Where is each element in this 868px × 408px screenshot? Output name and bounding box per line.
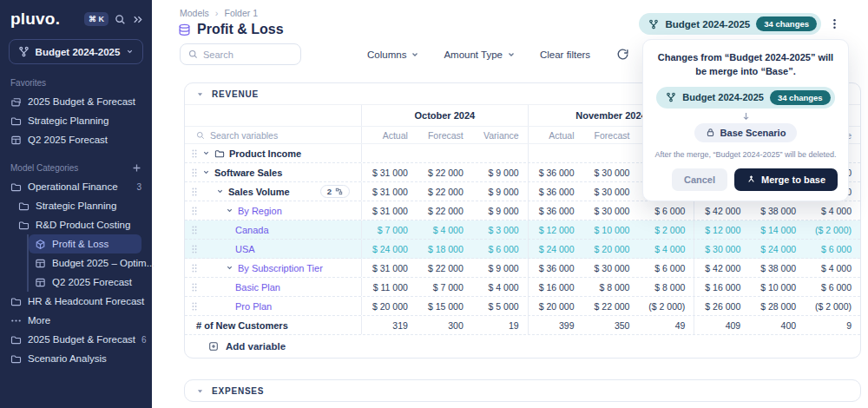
value-cell[interactable]: 409 — [694, 316, 749, 334]
value-cell[interactable]: $ 9 000 — [472, 259, 528, 277]
value-cell[interactable]: $ 30 000 — [694, 240, 749, 258]
value-cell[interactable]: $ 38 000 — [749, 201, 805, 220]
value-cell[interactable] — [583, 144, 639, 162]
scenario-selector[interactable]: Budget 2024-2025 — [9, 39, 143, 64]
drag-handle-icon[interactable] — [191, 263, 198, 273]
value-cell[interactable] — [472, 144, 528, 162]
chevron-down-icon[interactable] — [202, 149, 210, 157]
value-cell[interactable]: $ 6 000 — [805, 240, 860, 258]
value-cell[interactable]: $ 9 000 — [472, 163, 528, 181]
search-icon[interactable] — [115, 14, 126, 25]
value-cell[interactable]: $ 30 000 — [583, 163, 639, 181]
value-cell[interactable]: $ 14 000 — [749, 220, 805, 239]
value-cell[interactable]: $ 15 000 — [417, 297, 472, 315]
drag-handle-icon[interactable] — [191, 244, 198, 254]
value-cell[interactable]: $ 4 000 — [805, 201, 860, 220]
value-cell[interactable]: $ 12 000 — [694, 220, 749, 239]
variable-cell-product-income[interactable]: Product Income — [185, 144, 361, 162]
value-cell[interactable]: $ 16 000 — [528, 278, 583, 296]
drag-handle-icon[interactable] — [191, 168, 198, 178]
value-cell[interactable]: 49 — [638, 316, 694, 334]
sidebar-item-operational-finance[interactable]: Operational Finance3 — [0, 177, 152, 196]
variable-cell-sales-volume[interactable]: Sales Volume2 — [185, 182, 361, 201]
merge-to-base-button[interactable]: Merge to base — [734, 168, 838, 191]
drag-handle-icon[interactable] — [191, 206, 198, 216]
value-cell[interactable]: $ 30 000 — [583, 201, 639, 220]
value-cell[interactable]: $ 22 000 — [583, 297, 639, 315]
sidebar-item-strategic-planning[interactable]: Strategic Planning — [0, 196, 152, 215]
chevron-down-icon[interactable] — [202, 168, 210, 176]
variable-cell-software-sales[interactable]: Software Sales — [185, 163, 361, 181]
value-cell[interactable]: 319 — [361, 316, 417, 334]
value-cell[interactable] — [417, 144, 472, 162]
value-cell[interactable]: $ 3 000 — [472, 220, 528, 239]
value-cell[interactable]: $ 6 000 — [638, 201, 694, 220]
kebab-menu-icon[interactable] — [829, 17, 840, 30]
value-cell[interactable]: $ 20 000 — [528, 297, 583, 315]
value-cell[interactable]: $ 36 000 — [528, 201, 583, 220]
value-cell[interactable]: $ 7 000 — [417, 278, 472, 296]
sidebar-item-q2-2025-forecast[interactable]: Q2 2025 Forecast — [0, 130, 152, 149]
value-cell[interactable]: $ 20 000 — [583, 240, 639, 258]
chevron-down-icon[interactable] — [226, 264, 233, 272]
dimensions-badge[interactable]: 2 — [320, 185, 350, 198]
active-scenario-chip[interactable]: Budget 2024-2025 34 changes — [639, 13, 821, 35]
sidebar-item-profit-loss[interactable]: Profit & Loss — [29, 234, 141, 253]
value-cell[interactable]: $ 22 000 — [417, 163, 472, 181]
value-cell[interactable]: $ 20 000 — [361, 297, 417, 315]
columns-button[interactable]: Columns — [367, 49, 419, 60]
value-cell[interactable]: $ 4 000 — [638, 240, 694, 258]
variable-cell-of-new-customers[interactable]: # of New Customers — [185, 316, 361, 334]
value-cell[interactable]: $ 24 000 — [749, 240, 805, 258]
value-cell[interactable]: 400 — [749, 316, 805, 334]
value-cell[interactable] — [528, 144, 583, 162]
drag-handle-icon[interactable] — [191, 301, 198, 312]
value-cell[interactable]: $ 6 000 — [472, 240, 528, 258]
drag-handle-icon[interactable] — [191, 187, 198, 197]
value-cell[interactable]: $ 11 000 — [361, 278, 417, 296]
sidebar-item-budget-2025-optim[interactable]: Budget 2025 – Optim... — [29, 253, 141, 273]
value-cell[interactable]: 9 — [805, 316, 860, 334]
value-cell[interactable]: $ 36 000 — [528, 163, 583, 181]
value-cell[interactable]: $ 22 000 — [417, 201, 472, 220]
chevron-down-icon[interactable] — [226, 207, 233, 214]
sidebar-item-strategic-planning[interactable]: Strategic Planning — [0, 111, 152, 130]
value-cell[interactable]: $ 30 000 — [583, 182, 639, 201]
drag-handle-icon[interactable] — [191, 225, 198, 235]
value-cell[interactable]: ($ 2 000) — [805, 220, 860, 239]
drag-handle-icon[interactable] — [191, 148, 198, 159]
value-cell[interactable]: 399 — [528, 316, 583, 334]
value-cell[interactable]: 300 — [417, 316, 472, 334]
value-cell[interactable]: $ 31 000 — [361, 259, 417, 277]
value-cell[interactable]: $ 12 000 — [528, 220, 583, 239]
sidebar-item-more[interactable]: More — [0, 311, 152, 330]
refresh-icon[interactable] — [616, 48, 629, 61]
clear-filters-button[interactable]: Clear filters — [540, 49, 590, 60]
cancel-button[interactable]: Cancel — [672, 168, 727, 191]
value-cell[interactable]: $ 6 000 — [805, 278, 860, 296]
value-cell[interactable]: $ 31 000 — [361, 201, 417, 220]
variable-cell-by-region[interactable]: By Region — [185, 201, 361, 220]
value-cell[interactable]: $ 16 000 — [694, 278, 749, 296]
value-cell[interactable]: $ 4 000 — [805, 259, 860, 277]
value-cell[interactable]: $ 31 000 — [361, 182, 417, 201]
variable-cell-usa[interactable]: USA — [185, 240, 361, 258]
variable-cell-by-subscription-tier[interactable]: By Subscription Tier — [185, 259, 361, 277]
value-cell[interactable]: $ 10 000 — [749, 278, 805, 296]
sidebar-item-hr-headcount-forecast[interactable]: HR & Headcount Forecast — [0, 292, 152, 311]
add-category-icon[interactable] — [132, 163, 141, 173]
value-cell[interactable]: $ 2 000 — [638, 220, 694, 239]
expenses-section-header[interactable]: EXPENSES — [184, 379, 861, 402]
value-cell[interactable]: 350 — [583, 316, 639, 334]
breadcrumb-models[interactable]: Models — [180, 8, 209, 18]
value-cell[interactable] — [361, 144, 417, 162]
value-cell[interactable]: ($ 2 000) — [638, 297, 694, 315]
breadcrumb-folder[interactable]: Folder 1 — [225, 8, 259, 18]
value-cell[interactable]: $ 38 000 — [749, 259, 805, 277]
search-variables-input[interactable]: Search variables — [185, 127, 361, 143]
value-cell[interactable]: $ 8 000 — [583, 278, 639, 296]
value-cell[interactable]: $ 36 000 — [528, 259, 583, 277]
value-cell[interactable]: $ 22 000 — [417, 259, 472, 277]
drag-handle-icon[interactable] — [191, 282, 198, 293]
value-cell[interactable]: $ 5 000 — [472, 297, 528, 315]
